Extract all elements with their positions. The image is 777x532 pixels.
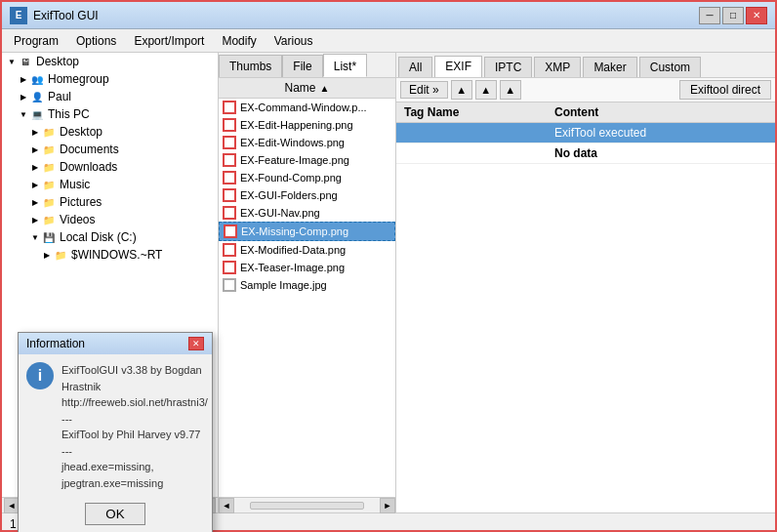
expand-arrow[interactable]: ▶ (18, 91, 29, 102)
expand-arrow[interactable]: ▶ (29, 161, 41, 173)
scroll-left-button[interactable]: ◄ (219, 498, 234, 513)
tab-thumbs[interactable]: Thumbs (219, 55, 282, 77)
expand-arrow[interactable]: ▼ (29, 231, 41, 243)
tree-item-homegroup[interactable]: ▶ 👥 Homegroup (14, 70, 218, 88)
tree-item-desktop-root[interactable]: ▼ 🖥 Desktop (2, 53, 218, 70)
info-dialog: Information ✕ i ExifToolGUI v3.38 by Bog… (18, 332, 213, 532)
tree-item-music[interactable]: ▶ 📁 Music (25, 176, 218, 193)
file-item[interactable]: EX-Edit-Windows.png (219, 134, 395, 151)
tree-item-videos[interactable]: ▶ 📁 Videos (25, 211, 218, 228)
tree-item-thispc[interactable]: ▼ 💻 This PC (14, 105, 218, 123)
file-item-selected[interactable]: EX-Missing-Comp.png (219, 222, 395, 241)
expand-arrow[interactable]: ▶ (41, 249, 53, 261)
tab-xmp[interactable]: XMP (534, 57, 581, 77)
file-item[interactable]: EX-Edit-Happening.png (219, 116, 395, 134)
tab-list[interactable]: List* (323, 54, 367, 77)
tree-item-documents[interactable]: ▶ 📁 Documents (25, 141, 218, 158)
tab-all[interactable]: All (398, 57, 432, 77)
info-sep2: --- (61, 443, 208, 460)
file-name: EX-Edit-Happening.png (240, 119, 353, 131)
tree-label: Local Disk (C:) (60, 230, 137, 244)
tag-name-header: Tag Name (396, 102, 547, 123)
menu-program[interactable]: Program (6, 32, 66, 50)
table-row[interactable]: No data (396, 143, 775, 164)
tree-item-paul[interactable]: ▶ 👤 Paul (14, 88, 218, 105)
info-dialog-close-button[interactable]: ✕ (188, 337, 204, 350)
arrow-up2-button[interactable]: ▲ (475, 80, 497, 100)
tree-item-desktop-sub[interactable]: ▶ 📁 Desktop (25, 123, 218, 141)
file-name: EX-Edit-Windows.png (240, 137, 345, 148)
file-name: EX-GUI-Nav.png (240, 207, 320, 219)
expand-arrow[interactable]: ▶ (29, 214, 41, 225)
meta-toolbar: Edit » ▲ ▲ ▲ Exiftool direct (396, 78, 775, 102)
right-panel: All EXIF IPTC XMP Maker Custom Edit » ▲ … (396, 53, 775, 512)
file-list-header: Name ▲ (219, 78, 395, 99)
file-name: EX-Command-Window.p... (240, 102, 367, 113)
menu-options[interactable]: Options (68, 32, 124, 50)
file-item[interactable]: EX-Feature-Image.png (219, 151, 395, 169)
folder-icon: 📁 (41, 124, 57, 140)
file-thumb-icon (223, 206, 236, 220)
drive-icon: 💾 (41, 229, 57, 245)
menu-various[interactable]: Various (266, 32, 321, 50)
file-item[interactable]: Sample Image.jpg (219, 276, 395, 294)
tab-iptc[interactable]: IPTC (484, 57, 532, 77)
scroll-right-button[interactable]: ► (380, 498, 395, 513)
titlebar-controls: ─ □ ✕ (699, 7, 767, 24)
file-name: EX-GUI-Folders.png (240, 189, 338, 201)
expand-arrow[interactable]: ▶ (29, 143, 41, 155)
file-item[interactable]: EX-Command-Window.p... (219, 99, 395, 116)
arrow-up1-button[interactable]: ▲ (451, 80, 472, 100)
file-item[interactable]: EX-GUI-Folders.png (219, 186, 395, 204)
arrow-up3-button[interactable]: ▲ (500, 80, 521, 100)
expand-arrow[interactable]: ▼ (6, 56, 18, 67)
scroll-track[interactable] (250, 502, 364, 510)
tree-item-local-disk[interactable]: ▼ 💾 Local Disk (C:) (25, 228, 218, 246)
menu-export-import[interactable]: Export/Import (126, 32, 212, 50)
tab-exif[interactable]: EXIF (434, 56, 482, 77)
exiftool-direct-button[interactable]: Exiftool direct (679, 80, 771, 100)
file-item[interactable]: EX-Found-Comp.png (219, 169, 395, 186)
folder-icon: 📁 (41, 142, 57, 157)
file-item[interactable]: EX-Teaser-Image.png (219, 259, 395, 276)
minimize-button[interactable]: ─ (699, 7, 720, 24)
edit-button[interactable]: Edit » (400, 81, 448, 99)
info-ok-button[interactable]: OK (85, 503, 144, 525)
file-name: EX-Feature-Image.png (240, 154, 349, 166)
info-dialog-titlebar: Information ✕ (19, 333, 212, 354)
tab-custom[interactable]: Custom (639, 57, 701, 77)
info-line3: ExifTool by Phil Harvey v9.77 (61, 427, 208, 443)
tree-label: Pictures (60, 195, 102, 209)
menu-modify[interactable]: Modify (214, 32, 264, 50)
folder-icon: 📁 (53, 247, 68, 263)
expand-arrow[interactable]: ▶ (18, 73, 29, 85)
name-column-header: Name (285, 81, 316, 95)
folder-icon: 📁 (41, 159, 57, 175)
expand-arrow[interactable]: ▶ (29, 179, 41, 190)
expand-arrow[interactable]: ▶ (29, 126, 41, 138)
expand-arrow[interactable]: ▶ (29, 196, 41, 208)
app-icon: E (10, 7, 27, 24)
tree-item-windows[interactable]: ▶ 📁 $WINDOWS.~RT (37, 246, 218, 264)
meta-tabs: All EXIF IPTC XMP Maker Custom (396, 53, 775, 78)
expand-arrow[interactable]: ▼ (18, 108, 29, 120)
maximize-button[interactable]: □ (722, 7, 744, 24)
content-header: Content (547, 102, 775, 123)
info-line2: http://freeweb.siol.net/hrastni3/ (61, 394, 208, 411)
file-horizontal-scrollbar[interactable]: ◄ ► (219, 497, 395, 512)
tree-item-pictures[interactable]: ▶ 📁 Pictures (25, 193, 218, 211)
file-item[interactable]: EX-GUI-Nav.png (219, 204, 395, 222)
close-button[interactable]: ✕ (746, 7, 767, 24)
info-line1: ExifToolGUI v3.38 by Bogdan Hrastnik (61, 362, 208, 394)
info-dialog-title-text: Information (26, 337, 85, 350)
file-list[interactable]: EX-Command-Window.p... EX-Edit-Happening… (219, 99, 395, 497)
content-cell: ExifTool executed (547, 123, 775, 143)
tree-item-downloads[interactable]: ▶ 📁 Downloads (25, 158, 218, 176)
file-item[interactable]: EX-Modified-Data.png (219, 241, 395, 259)
tab-maker[interactable]: Maker (583, 57, 636, 77)
table-row[interactable]: ExifTool executed (396, 123, 775, 143)
tab-file[interactable]: File (282, 55, 322, 77)
tree-label: This PC (48, 107, 90, 121)
tree-label: Desktop (36, 55, 79, 68)
info-icon: i (26, 362, 54, 389)
